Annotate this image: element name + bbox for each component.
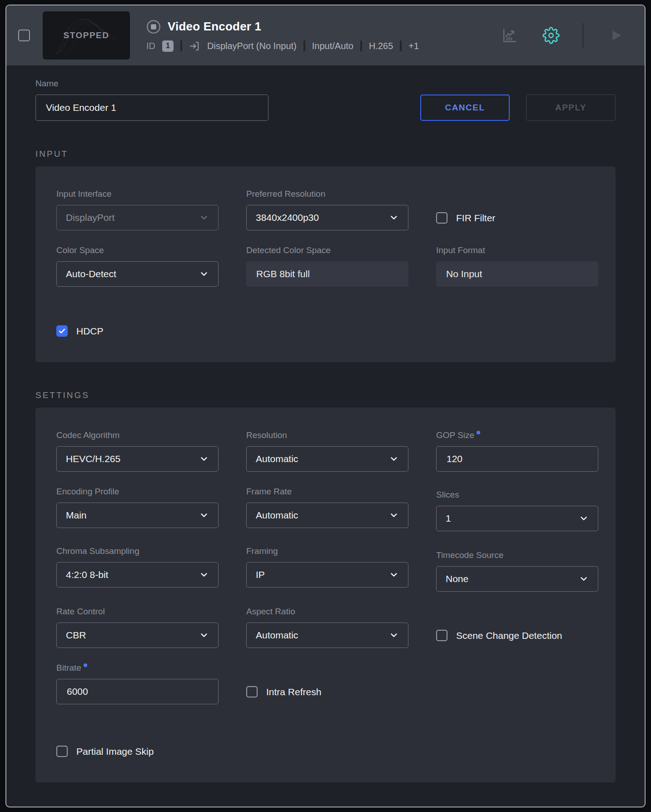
settings-card: Codec Algorithm HEVC/H.265 Resolution Au… xyxy=(35,408,616,782)
checkbox-box[interactable] xyxy=(56,325,68,337)
field-slices: Slices 1 xyxy=(436,490,598,531)
input-source-icon xyxy=(189,40,200,52)
status-badge: STOPPED xyxy=(43,11,130,60)
intra-refresh-checkbox[interactable]: Intra Refresh xyxy=(246,686,408,697)
chevron-down-icon xyxy=(579,513,589,523)
apply-button[interactable]: APPLY xyxy=(526,95,616,121)
chroma-subsampling-select[interactable]: 4:2:0 8-bit xyxy=(56,562,219,588)
checkbox-box[interactable] xyxy=(436,630,447,641)
cancel-button[interactable]: CANCEL xyxy=(420,95,510,121)
timecode-source-select[interactable]: None xyxy=(436,566,598,592)
encoder-panel: STOPPED Video Encoder 1 ID 1 xyxy=(5,5,646,807)
chevron-down-icon xyxy=(389,510,399,520)
resolution-select[interactable]: Automatic xyxy=(246,446,408,472)
resolution-label: Resolution xyxy=(246,430,287,440)
rate-control-select[interactable]: CBR xyxy=(56,623,219,648)
chevron-down-icon xyxy=(199,510,209,520)
chevron-down-icon xyxy=(199,454,209,464)
intra-refresh-label: Intra Refresh xyxy=(266,687,321,697)
field-bitrate: Bitrate xyxy=(56,663,219,704)
checkbox-box[interactable] xyxy=(246,686,258,697)
scene-change-detection-checkbox[interactable]: Scene Change Detection xyxy=(436,630,598,641)
field-preferred-resolution: Preferred Resolution 3840x2400p30 xyxy=(246,189,408,230)
field-chroma-subsampling: Chroma Subsampling 4:2:0 8-bit xyxy=(56,546,219,592)
page-title: Video Encoder 1 xyxy=(168,20,261,34)
meta-mode: Input/Auto xyxy=(312,41,353,51)
name-label: Name xyxy=(35,79,616,89)
start-encoder-button[interactable] xyxy=(584,29,623,42)
field-aspect-ratio: Aspect Ratio Automatic xyxy=(246,607,408,648)
chevron-down-icon xyxy=(199,213,209,223)
title-block: Video Encoder 1 ID 1 DisplayPort (No Inp… xyxy=(146,20,419,52)
chevron-down-icon xyxy=(199,269,209,279)
stats-button[interactable] xyxy=(501,27,518,44)
field-timecode-source: Timecode Source None xyxy=(436,550,598,592)
encoder-header: STOPPED Video Encoder 1 ID 1 xyxy=(6,5,645,65)
color-space-label: Color Space xyxy=(56,245,104,255)
field-color-space: Color Space Auto-Detect xyxy=(56,245,219,287)
chevron-down-icon xyxy=(389,630,399,640)
checkbox-box[interactable] xyxy=(56,746,68,757)
chevron-down-icon xyxy=(389,213,399,223)
fir-filter-checkbox[interactable]: FIR Filter xyxy=(436,212,598,224)
field-encoding-profile: Encoding Profile Main xyxy=(56,487,219,531)
settings-button[interactable] xyxy=(518,27,560,44)
input-interface-select: DisplayPort xyxy=(56,205,219,230)
codec-algorithm-label: Codec Algorithm xyxy=(56,430,119,440)
frame-rate-label: Frame Rate xyxy=(246,487,292,497)
preview-thumbnail[interactable]: STOPPED xyxy=(43,11,130,60)
encoding-profile-label: Encoding Profile xyxy=(56,487,119,497)
slices-select[interactable]: 1 xyxy=(436,506,598,531)
hdcp-checkbox[interactable]: HDCP xyxy=(56,325,219,337)
field-input-interface: Input Interface DisplayPort xyxy=(56,189,219,230)
input-card: Input Interface DisplayPort Preferred Re… xyxy=(35,166,616,362)
framing-select[interactable]: IP xyxy=(246,562,408,588)
field-frame-rate: Frame Rate Automatic xyxy=(246,487,408,531)
gear-icon xyxy=(542,27,560,44)
framing-label: Framing xyxy=(246,546,278,556)
fir-filter-label: FIR Filter xyxy=(456,213,495,224)
field-detected-color-space: Detected Color Space RGB 8bit full xyxy=(246,245,408,287)
bitrate-input[interactable] xyxy=(56,679,219,704)
encoding-profile-select[interactable]: Main xyxy=(56,503,219,528)
field-input-format: Input Format No Input xyxy=(436,245,598,287)
preferred-resolution-label: Preferred Resolution xyxy=(246,189,325,199)
chevron-down-icon xyxy=(389,570,399,580)
settings-section-heading: SETTINGS xyxy=(35,390,616,400)
meta-divider xyxy=(360,40,362,51)
stopped-state-icon xyxy=(146,20,161,34)
screen: STOPPED Video Encoder 1 ID 1 xyxy=(0,0,651,812)
name-input[interactable] xyxy=(35,95,268,121)
select-encoder-checkbox[interactable] xyxy=(18,30,30,41)
partial-image-skip-checkbox[interactable]: Partial Image Skip xyxy=(56,746,219,757)
modified-dot xyxy=(84,663,87,667)
checkmark-icon xyxy=(58,327,66,335)
meta-divider xyxy=(303,40,305,51)
meta-codec: H.265 xyxy=(369,41,393,51)
bitrate-label: Bitrate xyxy=(56,663,81,673)
timecode-source-label: Timecode Source xyxy=(436,550,503,560)
gop-size-label: GOP Size xyxy=(436,430,474,440)
input-format-label: Input Format xyxy=(436,245,485,255)
frame-rate-select[interactable]: Automatic xyxy=(246,503,408,528)
field-framing: Framing IP xyxy=(246,546,408,592)
aspect-ratio-label: Aspect Ratio xyxy=(246,607,295,617)
field-resolution: Resolution Automatic xyxy=(246,430,408,472)
chevron-down-icon xyxy=(199,630,209,640)
stats-chart-icon xyxy=(501,27,518,44)
encoder-meta: ID 1 DisplayPort (No Input) Input/Auto H… xyxy=(146,40,419,52)
id-label: ID xyxy=(146,41,155,51)
chevron-down-icon xyxy=(199,570,209,580)
aspect-ratio-select[interactable]: Automatic xyxy=(246,623,408,648)
field-gop-size: GOP Size xyxy=(436,430,598,472)
encoder-form: Name CANCEL APPLY INPUT Input Interface … xyxy=(6,65,645,807)
meta-source: DisplayPort (No Input) xyxy=(207,41,297,51)
field-rate-control: Rate Control CBR xyxy=(56,607,219,648)
codec-algorithm-select[interactable]: HEVC/H.265 xyxy=(56,446,219,472)
partial-image-skip-label: Partial Image Skip xyxy=(76,746,154,757)
gop-size-input[interactable] xyxy=(436,446,598,472)
preferred-resolution-select[interactable]: 3840x2400p30 xyxy=(246,205,408,230)
detected-color-space-label: Detected Color Space xyxy=(246,245,331,255)
checkbox-box[interactable] xyxy=(436,212,447,224)
color-space-select[interactable]: Auto-Detect xyxy=(56,261,219,287)
